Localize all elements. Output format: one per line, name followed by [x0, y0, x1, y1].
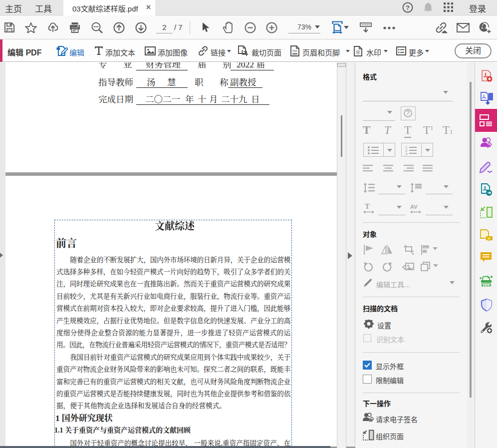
svg-text:3: 3	[405, 152, 408, 156]
svg-text:AV: AV	[410, 204, 418, 210]
svg-text:T: T	[365, 203, 370, 210]
svg-text:?: ?	[406, 4, 410, 11]
